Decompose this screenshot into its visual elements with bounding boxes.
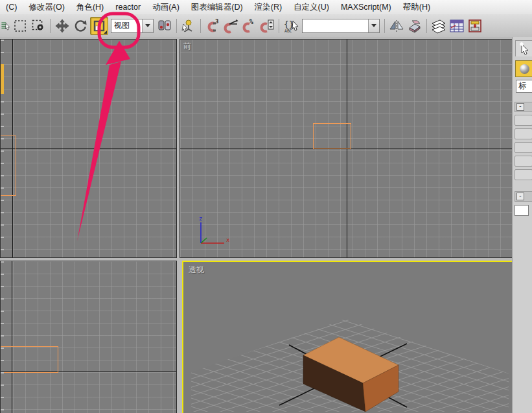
menu-graph-editors[interactable]: 图表编辑器(D)	[185, 1, 249, 14]
rollout-button[interactable]	[515, 156, 532, 167]
rollout-button[interactable]	[515, 115, 532, 126]
select-by-name-icon	[1, 19, 10, 33]
cropped-left-edge	[1, 261, 4, 413]
viewport-left[interactable]	[0, 261, 177, 413]
select-and-rotate-button[interactable]	[72, 18, 89, 34]
box-object[interactable]	[303, 337, 399, 412]
angle-snap-magnet-icon	[223, 18, 238, 34]
menu-modifiers[interactable]: 修改器(O)	[23, 1, 71, 14]
mirror-icon	[389, 19, 404, 33]
axis-tripod: z x	[191, 215, 232, 248]
layers-icon	[430, 18, 447, 34]
toolbar-separator	[426, 19, 427, 33]
menu-help[interactable]: 帮助(H)	[397, 1, 436, 14]
viewport-front-label: 前	[183, 41, 191, 52]
menu-animation[interactable]: 动画(A)	[146, 1, 185, 14]
svg-text:ABC: ABC	[284, 29, 292, 34]
move-icon	[55, 19, 69, 33]
geometry-sphere-icon	[520, 64, 529, 74]
chevron-down-icon	[371, 24, 376, 27]
named-selection-sets-dropdown[interactable]	[302, 19, 380, 33]
snap-toggle-3d-button[interactable]: 3	[204, 18, 221, 34]
viewport-front[interactable]: 前 z x	[179, 39, 513, 258]
primitive-type-value: 标	[518, 81, 526, 90]
rotate-icon	[73, 19, 87, 33]
menu-reactor[interactable]: reactor	[110, 1, 146, 14]
rollout-button[interactable]	[515, 169, 532, 180]
svg-text:3: 3	[215, 18, 218, 25]
menu-rendering[interactable]: 渲染(R)	[249, 1, 288, 14]
select-and-manipulate-button[interactable]	[180, 18, 197, 34]
align-icon	[407, 19, 422, 33]
menu-customize[interactable]: 自定义(U)	[288, 1, 335, 14]
rollout-button[interactable]	[515, 142, 532, 153]
dropdown-arrow-button[interactable]	[142, 19, 153, 32]
menu-maxscript[interactable]: MAXScript(M)	[335, 1, 397, 14]
named-selection-sets-icon: {} ABC	[283, 18, 299, 34]
menu-edit-cut[interactable]: (C)	[0, 1, 23, 14]
name-field[interactable]	[515, 205, 529, 216]
primitive-type-dropdown[interactable]: 标	[516, 80, 532, 93]
spinner-snap-toggle-button[interactable]	[259, 18, 275, 34]
percent-snap-toggle-button[interactable]: %	[240, 18, 257, 34]
create-tab[interactable]	[515, 40, 532, 56]
create-tab-icon	[518, 42, 531, 55]
rectangular-selection-icon	[14, 19, 27, 32]
window-crossing-toggle-button[interactable]	[30, 18, 47, 34]
toolbar-separator	[384, 19, 385, 33]
layer-manager-button[interactable]	[430, 18, 447, 34]
schematic-view-icon	[467, 19, 483, 33]
rectangular-selection-region-button[interactable]	[12, 18, 29, 34]
command-panel: 标 - -	[512, 37, 532, 413]
viewport-perspective-label: 透视	[189, 265, 204, 276]
rollout-header[interactable]: -	[515, 191, 532, 202]
curve-editor-icon	[449, 19, 465, 33]
edit-named-selection-sets-button[interactable]: {} ABC	[283, 18, 299, 34]
reference-coordinate-system-dropdown[interactable]: 视图	[111, 19, 154, 33]
collapse-icon[interactable]: -	[516, 103, 524, 111]
viewport-top[interactable]	[0, 39, 177, 258]
rollout-header[interactable]: -	[515, 102, 532, 112]
name-color-rollout: -	[515, 191, 532, 216]
box-wireframe-left-view[interactable]	[0, 346, 58, 373]
toolbar-separator	[279, 19, 279, 33]
use-center-icon	[157, 19, 172, 33]
angle-snap-toggle-button[interactable]	[222, 18, 239, 34]
collapse-icon[interactable]: -	[516, 193, 524, 200]
snap-3d-magnet-icon: 3	[205, 18, 220, 34]
perspective-scene	[183, 262, 511, 412]
viewport-perspective[interactable]: 透视	[182, 261, 515, 413]
select-and-uniform-scale-button[interactable]	[90, 17, 108, 35]
menu-character[interactable]: 角色(H)	[71, 1, 110, 14]
window-crossing-icon	[32, 19, 45, 32]
chevron-down-icon	[145, 24, 150, 27]
main-toolbar: 视图 3	[0, 14, 532, 38]
mirror-button[interactable]	[388, 18, 405, 34]
manipulate-icon	[181, 19, 196, 33]
geometry-category-button[interactable]	[515, 60, 532, 77]
box-wireframe-front-view[interactable]	[313, 123, 351, 149]
select-and-move-button[interactable]	[54, 18, 71, 34]
object-type-rollout: -	[515, 102, 532, 180]
curve-editor-button[interactable]	[448, 18, 465, 34]
viewport-area: 前 z x 透视	[0, 37, 512, 413]
dropdown-arrow-button[interactable]	[368, 19, 379, 32]
use-center-flyout-button[interactable]	[156, 18, 173, 34]
align-button[interactable]	[406, 18, 423, 34]
svg-text:z: z	[199, 215, 202, 222]
grid-axis-horizontal	[1, 148, 176, 149]
schematic-view-button[interactable]	[467, 18, 483, 34]
spinner-snap-magnet-icon	[259, 18, 275, 34]
toolbar-separator	[176, 19, 177, 33]
select-by-name-button[interactable]	[1, 18, 10, 34]
grid-axis-vertical	[12, 261, 12, 413]
percent-snap-magnet-icon: %	[241, 18, 257, 34]
rollout-button[interactable]	[515, 128, 532, 139]
menu-bar: (C) 修改器(O) 角色(H) reactor 动画(A) 图表编辑器(D) …	[0, 0, 532, 15]
scale-icon	[93, 20, 105, 32]
toolbar-separator	[200, 19, 201, 33]
3dsmax-window: (C) 修改器(O) 角色(H) reactor 动画(A) 图表编辑器(D) …	[0, 0, 532, 413]
svg-text:%: %	[249, 18, 253, 25]
svg-text:x: x	[226, 237, 230, 243]
toolbar-separator	[50, 19, 51, 33]
